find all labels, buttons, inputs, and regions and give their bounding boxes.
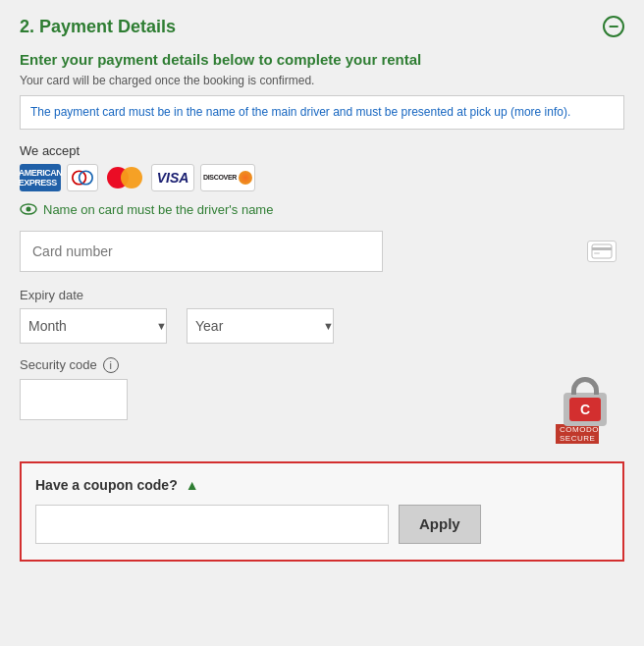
year-select[interactable]: Year 2024 2025 2026 2027 2028 2029 2030 [187, 308, 334, 344]
year-select-wrap: Year 2024 2025 2026 2027 2028 2029 2030 … [187, 308, 344, 344]
svg-point-3 [27, 206, 31, 211]
driver-name-note: Name on card must be the driver's name [20, 201, 624, 219]
info-box: The payment card must be in the name of … [20, 95, 624, 130]
coupon-section: Have a coupon code? ▲ Apply [20, 461, 624, 562]
svg-rect-6 [594, 252, 600, 254]
expiry-section: Expiry date Month January February March… [20, 288, 624, 344]
security-left: Security code i [20, 357, 128, 420]
security-label-row: Security code i [20, 357, 128, 373]
coupon-row: Apply [35, 505, 609, 544]
expiry-selects: Month January February March April May J… [20, 308, 624, 344]
coupon-input[interactable] [35, 505, 389, 544]
card-type-icon [587, 241, 617, 262]
month-select-wrap: Month January February March April May J… [20, 308, 177, 344]
coupon-header: Have a coupon code? ▲ [35, 477, 609, 493]
section-title: 2. Payment Details [20, 17, 176, 37]
comodo-badge: C COMODOSECURE [556, 377, 615, 446]
card-logos: AMERICANEXPRESS VISA DISCOVER [20, 164, 624, 191]
amex-logo: AMERICANEXPRESS [20, 164, 61, 191]
diners-logo [67, 164, 98, 191]
visa-logo: VISA [151, 164, 194, 191]
charge-note: Your card will be charged once the booki… [20, 74, 624, 87]
security-label: Security code [20, 357, 97, 372]
mastercard-logo [104, 164, 145, 191]
coupon-chevron-icon[interactable]: ▲ [186, 477, 199, 493]
discover-logo: DISCOVER [200, 164, 255, 191]
month-select[interactable]: Month January February March April May J… [20, 308, 167, 344]
apply-button[interactable]: Apply [399, 505, 481, 544]
we-accept-label: We accept [20, 143, 624, 158]
coupon-label: Have a coupon code? [35, 477, 178, 493]
section-header: 2. Payment Details − [20, 16, 624, 37]
card-number-field-wrap [20, 231, 624, 272]
security-info-icon[interactable]: i [103, 357, 119, 373]
payment-subtitle: Enter your payment details below to comp… [20, 51, 624, 68]
payment-details-container: 2. Payment Details − Enter your payment … [0, 0, 644, 646]
security-code-input[interactable] [20, 379, 128, 420]
security-section: Security code i C COMODOSECURE [20, 357, 624, 446]
svg-rect-4 [592, 244, 612, 258]
card-number-input[interactable] [20, 231, 383, 272]
svg-rect-5 [592, 247, 612, 250]
eye-icon [20, 201, 37, 219]
collapse-button[interactable]: − [603, 16, 624, 37]
expiry-label: Expiry date [20, 288, 624, 302]
comodo-lock-icon: C COMODOSECURE [556, 377, 615, 446]
